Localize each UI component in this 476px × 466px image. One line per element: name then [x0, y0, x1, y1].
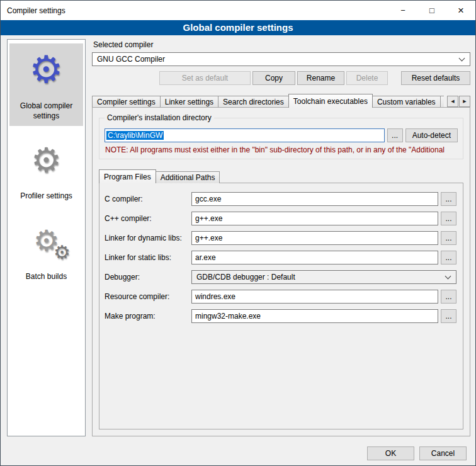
sidebar-item-label: Profiler settings [11, 191, 82, 202]
tab-scroll-arrows: ◀ ▶ [447, 96, 470, 107]
profiler-icon-wrap: ⚙ [11, 137, 82, 183]
tab-linker-settings[interactable]: Linker settings [160, 96, 218, 108]
window-controls: − □ × [388, 1, 475, 20]
tab-custom-variables[interactable]: Custom variables [372, 96, 441, 108]
tab-additional-paths[interactable]: Additional Paths [156, 171, 220, 183]
titlebar[interactable]: Compiler settings − □ × [1, 1, 475, 20]
program-files-tabbar: Program Files Additional Paths [99, 169, 463, 183]
field-row-cpp-compiler: C++ compiler: g++.exe ... [105, 212, 456, 225]
tab-scroll-left-icon[interactable]: ◀ [447, 96, 458, 107]
static-linker-input[interactable]: ar.exe [191, 251, 438, 264]
tab-program-files[interactable]: Program Files [99, 169, 156, 183]
rename-button[interactable]: Rename [297, 71, 344, 85]
cpp-compiler-value: g++.exe [195, 214, 222, 223]
debugger-value: GDB/CDB debugger : Default [196, 273, 446, 281]
c-compiler-value: gcc.exe [195, 195, 221, 203]
gear-icon: ⚙ [54, 243, 71, 262]
settings-sidebar: ⚙ Global compiler settings ⚙ Profiler se… [7, 39, 86, 436]
resource-compiler-value: windres.exe [195, 292, 235, 301]
tab-compiler-settings[interactable]: Compiler settings [92, 96, 161, 108]
chevron-down-icon [459, 55, 465, 62]
auto-detect-button[interactable]: Auto-detect [405, 128, 458, 142]
installation-directory-group: Compiler's installation directory C:\ray… [99, 118, 463, 159]
dynamic-linker-input[interactable]: g++.exe [191, 231, 438, 245]
set-as-default-button[interactable]: Set as default [159, 71, 251, 85]
tab-toolchain-executables[interactable]: Toolchain executables [288, 94, 373, 108]
gear-icon: ⚙ [31, 143, 61, 177]
maximize-button[interactable]: □ [417, 1, 446, 20]
tab-scroll-right-icon[interactable]: ▶ [459, 96, 470, 107]
page-title: Global compiler settings [1, 20, 475, 35]
dynamic-linker-value: g++.exe [195, 234, 222, 242]
installation-directory-label: Compiler's installation directory [105, 113, 214, 122]
c-compiler-input[interactable]: gcc.exe [191, 192, 438, 206]
copy-button[interactable]: Copy [252, 71, 295, 85]
resource-compiler-input[interactable]: windres.exe [191, 290, 438, 304]
gear-icon: ⚙ [30, 51, 64, 89]
make-program-input[interactable]: mingw32-make.exe [191, 309, 438, 323]
sidebar-item-label: Batch builds [11, 272, 82, 282]
main-area: Selected compiler GNU GCC Compiler Set a… [92, 39, 470, 436]
subtabs-scroll: Program Files Additional Paths [99, 169, 463, 183]
compiler-actions-row: Set as default Copy Rename Delete Reset … [92, 71, 470, 85]
dynamic-linker-browse-button[interactable]: ... [441, 231, 456, 245]
delete-button[interactable]: Delete [346, 71, 388, 85]
field-row-dynamic-linker: Linker for dynamic libs: g++.exe ... [105, 231, 456, 245]
make-program-label: Make program: [105, 312, 191, 321]
field-row-debugger: Debugger: GDB/CDB debugger : Default [105, 270, 456, 284]
cancel-button[interactable]: Cancel [419, 446, 467, 460]
dialog-content: ⚙ Global compiler settings ⚙ Profiler se… [1, 35, 475, 441]
minimize-button[interactable]: − [388, 1, 417, 20]
chevron-down-icon [445, 273, 451, 280]
window-title: Compiler settings [1, 6, 65, 15]
toolchain-panel: Compiler's installation directory C:\ray… [92, 107, 470, 436]
ok-button[interactable]: OK [367, 446, 414, 460]
c-compiler-label: C compiler: [105, 195, 191, 203]
installation-directory-value: C:\raylib\MinGW [106, 131, 164, 140]
field-row-make-program: Make program: mingw32-make.exe ... [105, 309, 456, 323]
static-linker-value: ar.exe [195, 253, 216, 262]
selected-compiler-value: GNU GCC Compiler [97, 55, 460, 64]
sidebar-item-label: Global compiler settings [11, 101, 82, 121]
program-files-panel: C compiler: gcc.exe ... C++ compiler: g+… [99, 183, 463, 429]
field-row-c-compiler: C compiler: gcc.exe ... [105, 192, 456, 206]
reset-defaults-button[interactable]: Reset defaults [401, 71, 470, 85]
make-program-browse-button[interactable]: ... [441, 309, 456, 323]
spacer [92, 71, 157, 85]
cpp-compiler-input[interactable]: g++.exe [191, 212, 438, 225]
installation-directory-browse-button[interactable]: ... [387, 128, 403, 142]
installation-directory-input[interactable]: C:\raylib\MinGW [105, 128, 385, 142]
selected-compiler-label: Selected compiler [93, 40, 470, 49]
sidebar-item-global-compiler-settings[interactable]: ⚙ Global compiler settings [9, 43, 83, 126]
settings-tabbar: Compiler settings Linker settings Search… [92, 94, 470, 108]
resource-compiler-browse-button[interactable]: ... [441, 290, 456, 304]
static-linker-browse-button[interactable]: ... [441, 251, 456, 264]
tabs-scroll: Compiler settings Linker settings Search… [92, 94, 444, 108]
debugger-label: Debugger: [105, 273, 191, 281]
make-program-value: mingw32-make.exe [195, 312, 261, 321]
compiler-settings-window: Compiler settings − □ × Global compiler … [0, 0, 476, 466]
field-row-resource-compiler: Resource compiler: windres.exe ... [105, 290, 456, 304]
dialog-footer: OK Cancel [1, 441, 475, 465]
cpp-compiler-label: C++ compiler: [105, 214, 191, 223]
global-compiler-icon-wrap: ⚙ [11, 47, 82, 93]
c-compiler-browse-button[interactable]: ... [441, 192, 456, 206]
cpp-compiler-browse-button[interactable]: ... [441, 212, 456, 225]
tab-search-directories[interactable]: Search directories [218, 96, 289, 108]
field-row-static-linker: Linker for static libs: ar.exe ... [105, 251, 456, 264]
sidebar-item-batch-builds[interactable]: ⚙ ⚙ Batch builds [9, 214, 83, 287]
batch-builds-icon-wrap: ⚙ ⚙ [11, 218, 82, 263]
close-button[interactable]: × [446, 1, 475, 20]
static-linker-label: Linker for static libs: [105, 253, 191, 262]
tab-build-options[interactable]: Build [440, 96, 444, 108]
installation-note: NOTE: All programs must exist either in … [105, 145, 457, 154]
debugger-dropdown[interactable]: GDB/CDB debugger : Default [191, 270, 456, 284]
installation-directory-row: C:\raylib\MinGW ... Auto-detect [105, 128, 458, 142]
sidebar-item-profiler-settings[interactable]: ⚙ Profiler settings [9, 134, 83, 207]
selected-compiler-dropdown[interactable]: GNU GCC Compiler [92, 52, 470, 66]
dynamic-linker-label: Linker for dynamic libs: [105, 234, 191, 242]
resource-compiler-label: Resource compiler: [105, 292, 191, 301]
